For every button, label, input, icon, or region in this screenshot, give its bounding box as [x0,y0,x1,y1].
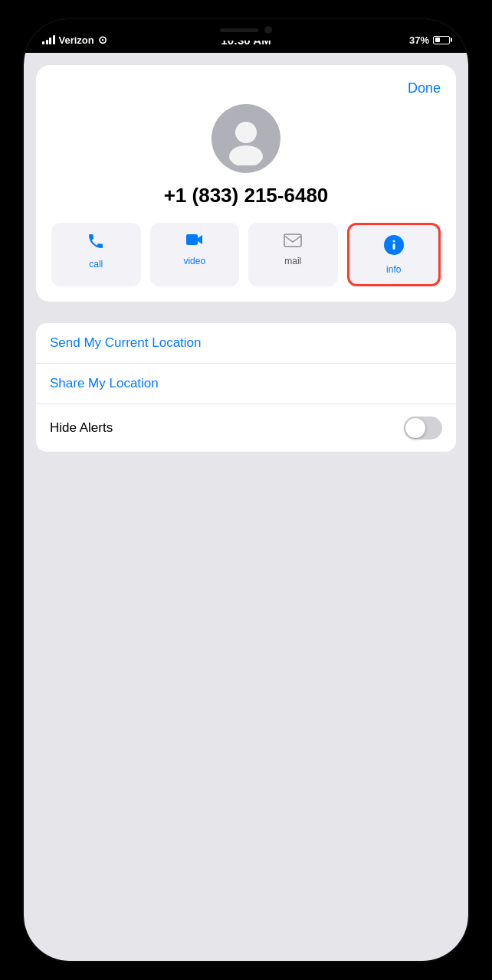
video-label: video [183,256,205,266]
screen: Verizon ⊙ 10:30 AM 37% Done [24,19,468,961]
battery-percent: 37% [409,34,429,46]
info-icon [383,234,405,260]
phone-number: +1 (833) 215-6480 [51,184,441,207]
avatar-container [51,104,441,173]
done-button[interactable]: Done [408,80,441,96]
info-button[interactable]: info [347,223,441,286]
signal-bar-1 [42,41,44,44]
svg-point-1 [229,145,263,165]
contact-card: Done +1 (833) 215-6480 [36,65,456,302]
signal-bar-2 [46,40,48,44]
info-label: info [386,264,401,275]
hide-alerts-toggle[interactable] [404,416,442,439]
hide-alerts-text: Hide Alerts [50,420,113,436]
phone-frame: Verizon ⊙ 10:30 AM 37% Done [24,19,468,961]
call-button[interactable]: call [51,223,141,286]
svg-point-5 [392,240,395,243]
options-card: Send My Current Location Share My Locati… [36,323,456,452]
signal-bars-icon [42,35,55,44]
status-right: 37% [409,34,450,46]
notch-camera [264,26,272,34]
share-location-item[interactable]: Share My Location [36,363,456,403]
svg-rect-6 [392,243,395,250]
mail-button[interactable]: mail [248,223,338,286]
wifi-icon: ⊙ [98,34,107,46]
status-bar: Verizon ⊙ 10:30 AM 37% [24,19,468,53]
toggle-thumb [405,418,425,438]
signal-bar-3 [49,38,51,44]
svg-rect-2 [186,234,198,245]
mail-label: mail [284,256,301,266]
video-icon [185,232,204,252]
battery-body [433,36,450,44]
carrier-label: Verizon [59,34,94,46]
call-label: call [89,259,103,270]
send-location-item[interactable]: Send My Current Location [36,323,456,363]
svg-rect-3 [284,234,301,247]
call-svg [87,232,105,250]
video-button[interactable]: video [150,223,240,286]
battery-fill [435,38,440,42]
mail-icon [284,232,302,252]
battery-icon [433,36,450,44]
svg-point-0 [235,122,257,143]
video-svg [185,232,204,247]
main-content: Done +1 (833) 215-6480 [24,53,468,961]
notch-speaker [220,28,258,32]
status-left: Verizon ⊙ [42,34,107,46]
avatar-icon [219,112,273,165]
hide-alerts-item[interactable]: Hide Alerts [36,403,456,452]
avatar [212,104,280,173]
mail-svg [284,234,302,247]
signal-bar-4 [53,35,55,44]
actions-row: call video [51,223,441,286]
notch [200,19,292,41]
done-row: Done [51,80,441,96]
call-icon [87,232,105,255]
info-svg [383,234,405,256]
send-location-text: Send My Current Location [50,335,202,351]
share-location-text: Share My Location [50,376,159,391]
